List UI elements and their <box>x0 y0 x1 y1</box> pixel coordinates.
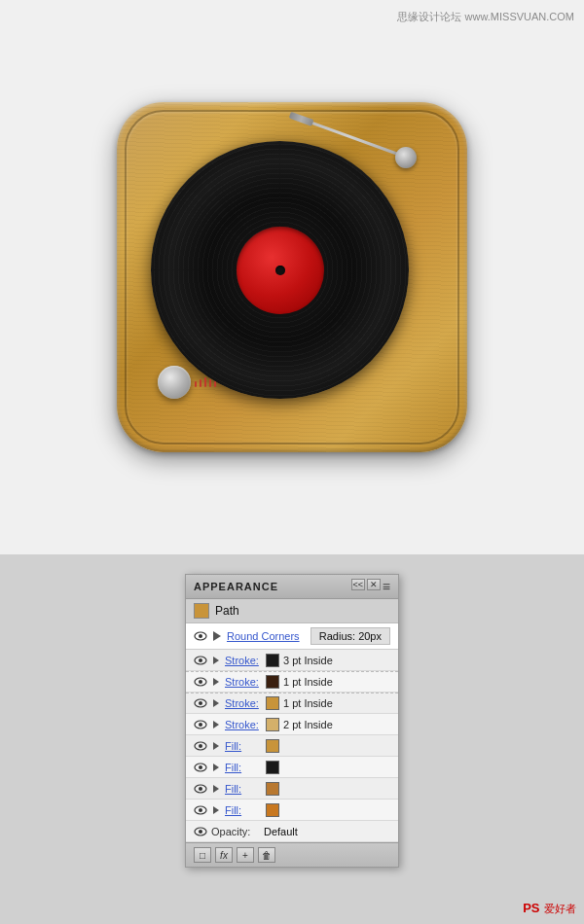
eye-icon-corners <box>194 631 207 641</box>
volume-knob <box>158 366 191 399</box>
path-row: Path <box>186 599 398 623</box>
tonearm-pivot <box>395 147 417 168</box>
fill-label-3[interactable]: Fill: <box>225 783 262 795</box>
stroke-row-4: Stroke: 2 pt Inside <box>186 714 398 735</box>
round-corners-row: Round Corners Radius: 20px <box>186 623 398 650</box>
turntable-container <box>117 102 467 452</box>
panel-collapse-btn[interactable]: << <box>351 579 365 590</box>
turntable-body <box>117 102 467 452</box>
vinyl-label <box>237 227 324 314</box>
tick-marks <box>195 377 216 387</box>
tick-3 <box>204 377 206 387</box>
eye-icon-opacity <box>194 825 207 838</box>
stroke-label-3[interactable]: Stroke: <box>225 697 262 709</box>
panel-menu-icon[interactable]: ≡ <box>383 579 390 594</box>
play-icon-stroke2[interactable] <box>211 677 221 687</box>
panel-title: APPEARANCE <box>194 581 278 592</box>
svg-point-17 <box>199 808 202 812</box>
stroke-info-4: 2 pt Inside <box>283 719 390 730</box>
fill-swatch-4 <box>266 803 279 817</box>
delete-btn[interactable]: 🗑 <box>258 847 275 863</box>
panel-close-btn[interactable]: ✕ <box>367 579 381 590</box>
svg-point-13 <box>199 765 202 769</box>
play-icon-stroke1[interactable] <box>211 656 221 665</box>
eye-icon-stroke4 <box>194 718 207 731</box>
svg-point-5 <box>199 680 202 684</box>
fill-row-4: Fill: <box>186 800 398 821</box>
stroke-swatch-1 <box>266 654 279 667</box>
add-btn[interactable]: + <box>237 847 254 863</box>
bottom-section: APPEARANCE << ✕ ≡ Path Round Corners Rad… <box>0 554 584 924</box>
stroke-row-3: Stroke: 1 pt Inside <box>186 693 398 714</box>
eye-icon-fill3 <box>194 782 207 796</box>
panel-titlebar: APPEARANCE << ✕ ≡ <box>186 575 398 599</box>
stroke-label-2[interactable]: Stroke: <box>225 676 262 688</box>
ps-badge-text: 爱好者 <box>544 903 576 914</box>
panel-controls: << ✕ ≡ <box>351 579 390 594</box>
opacity-row: Opacity: Default <box>186 821 398 842</box>
play-icon-fill4[interactable] <box>211 805 221 815</box>
svg-point-1 <box>199 634 202 638</box>
stroke-info-1: 3 pt Inside <box>283 655 390 666</box>
round-corners-link[interactable]: Round Corners <box>227 630 300 642</box>
path-label: Path <box>215 604 239 618</box>
fill-row-3: Fill: <box>186 778 398 800</box>
tick-1 <box>195 381 197 387</box>
stroke-row-2: Stroke: 1 pt Inside <box>186 671 398 693</box>
play-icon-stroke4[interactable] <box>211 720 221 729</box>
fill-label-4[interactable]: Fill: <box>225 804 262 816</box>
ps-badge-container: PS 爱好者 <box>523 899 576 916</box>
ps-badge: PS <box>523 901 539 915</box>
eye-icon-stroke1 <box>194 654 207 667</box>
play-icon-stroke3[interactable] <box>211 698 221 708</box>
eye-icon-stroke2 <box>194 675 207 689</box>
svg-point-9 <box>199 723 202 727</box>
path-swatch <box>194 603 209 619</box>
stroke-row-1: Stroke: 3 pt Inside <box>186 650 398 671</box>
opacity-label: Opacity: <box>211 826 260 837</box>
svg-point-3 <box>199 658 202 662</box>
tick-5 <box>214 381 216 387</box>
eye-icon-fill2 <box>194 761 207 774</box>
radius-badge: Radius: 20px <box>310 627 390 645</box>
play-icon-fill3[interactable] <box>211 784 221 794</box>
opacity-value: Default <box>264 826 298 837</box>
tick-2 <box>200 379 201 387</box>
stroke-info-3: 1 pt Inside <box>283 697 390 709</box>
stroke-swatch-2 <box>266 675 279 689</box>
fill-row-2: Fill: <box>186 757 398 778</box>
fill-label-1[interactable]: Fill: <box>225 740 262 752</box>
stroke-info-2: 1 pt Inside <box>283 676 390 688</box>
stroke-swatch-4 <box>266 718 279 731</box>
stroke-swatch-3 <box>266 696 279 710</box>
new-item-btn[interactable]: □ <box>194 847 211 863</box>
svg-point-19 <box>199 830 202 834</box>
vinyl-record <box>151 141 409 399</box>
fill-swatch-3 <box>266 782 279 796</box>
panel-toolbar: □ fx + 🗑 <box>186 842 398 867</box>
eye-icon-stroke3 <box>194 696 207 710</box>
watermark: 思缘设计论坛 www.MISSVUAN.COM <box>397 10 574 24</box>
fill-row-1: Fill: <box>186 735 398 757</box>
play-icon-fill1[interactable] <box>211 741 221 751</box>
stroke-label-4[interactable]: Stroke: <box>225 719 262 730</box>
eye-icon-fill1 <box>194 739 207 753</box>
stroke-label-1[interactable]: Stroke: <box>225 655 262 666</box>
play-icon-fill2[interactable] <box>211 763 221 772</box>
top-section: 思缘设计论坛 www.MISSVUAN.COM <box>0 0 584 554</box>
tick-4 <box>209 379 211 387</box>
svg-point-11 <box>199 744 202 748</box>
fx-btn[interactable]: fx <box>215 847 233 863</box>
svg-point-15 <box>199 787 202 791</box>
vinyl-center-hole <box>275 266 285 275</box>
eye-icon-fill4 <box>194 803 207 817</box>
svg-point-7 <box>199 701 202 705</box>
appearance-panel: APPEARANCE << ✕ ≡ Path Round Corners Rad… <box>185 574 399 868</box>
fill-swatch-1 <box>266 739 279 753</box>
fill-label-2[interactable]: Fill: <box>225 762 262 773</box>
fill-swatch-2 <box>266 761 279 774</box>
play-btn-corners[interactable] <box>213 631 221 641</box>
